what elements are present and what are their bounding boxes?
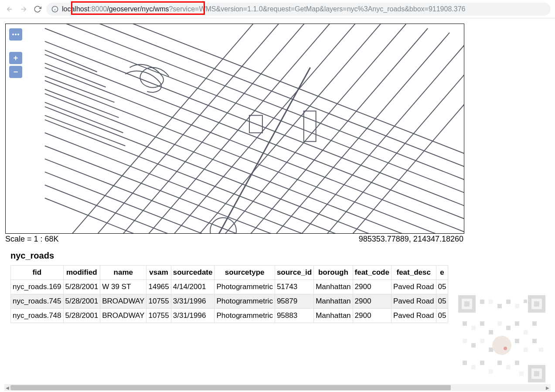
svg-line-23: [45, 94, 464, 234]
address-bar[interactable]: localhost:8000/geoserver/nyc/wms?service…: [46, 3, 551, 16]
cell-modified: 5/28/2001: [63, 309, 100, 323]
map-menu-button[interactable]: [9, 28, 22, 41]
cell-borough: Manhattan: [314, 309, 353, 323]
svg-point-43: [17, 34, 19, 35]
svg-point-42: [15, 34, 17, 35]
column-header: fid: [11, 266, 64, 280]
svg-line-3: [58, 24, 276, 234]
site-info-icon[interactable]: [51, 6, 58, 13]
svg-rect-75: [539, 348, 543, 352]
cell-feat_code: 2900: [353, 294, 391, 309]
cell-source_id: 95883: [275, 309, 313, 323]
svg-line-10: [210, 28, 428, 234]
svg-rect-64: [506, 326, 511, 330]
horizontal-scrollbar[interactable]: ◀ ▶: [4, 384, 551, 391]
svg-rect-68: [463, 339, 467, 343]
svg-line-32: [45, 50, 97, 72]
svg-rect-70: [480, 339, 484, 343]
column-header: sourcedate: [171, 266, 215, 280]
svg-rect-69: [471, 343, 476, 348]
cell-feat_desc: Paved Road: [391, 280, 436, 294]
svg-rect-73: [524, 348, 528, 352]
zoom-in-button[interactable]: +: [9, 52, 22, 64]
forward-icon[interactable]: [18, 4, 29, 14]
svg-line-35: [45, 89, 119, 118]
svg-rect-50: [528, 365, 545, 382]
feature-table: fidmodifiednamevsamsourcedatesourcetypes…: [10, 265, 448, 323]
cell-sourcetype: Photogrammetric: [215, 280, 275, 294]
cell-sourcedate: 3/31/1996: [171, 309, 215, 323]
cell-borough: Manhattan: [314, 280, 353, 294]
address-text: localhost:8000/geoserver/nyc/wms?service…: [62, 5, 465, 13]
table-row[interactable]: nyc_roads.7455/28/2001BROADWAY107553/31/…: [11, 294, 448, 309]
column-header: name: [100, 266, 146, 280]
cell-vsam: 10755: [146, 294, 171, 309]
cell-modified: 5/28/2001: [63, 280, 100, 294]
coord-label: 985353.77889, 214347.18260: [359, 235, 463, 244]
scale-label: Scale = 1 : 68K: [5, 235, 59, 244]
cell-sourcedate: 3/31/1996: [171, 294, 215, 309]
cell-e: 05: [436, 294, 448, 309]
cell-name: BROADWAY: [100, 309, 146, 323]
svg-rect-52: [534, 371, 539, 376]
cell-borough: Manhattan: [314, 294, 353, 309]
table-row[interactable]: nyc_roads.1695/28/2001W 39 ST149654/14/2…: [11, 280, 448, 294]
scroll-thumb[interactable]: [10, 385, 451, 390]
svg-line-8: [167, 24, 384, 234]
svg-line-14: [297, 46, 464, 234]
svg-rect-66: [524, 330, 528, 334]
cell-e: 05: [436, 280, 448, 294]
svg-rect-80: [497, 361, 502, 365]
svg-rect-76: [463, 361, 467, 365]
scroll-right-icon[interactable]: ▶: [545, 384, 551, 391]
svg-line-15: [45, 41, 464, 207]
cell-fid: nyc_roads.169: [11, 280, 64, 294]
svg-rect-71: [489, 348, 493, 352]
svg-line-11: [232, 33, 449, 234]
svg-line-16: [45, 55, 464, 220]
column-header: source_id: [275, 266, 313, 280]
cell-fid: nyc_roads.748: [11, 309, 64, 323]
column-header: vsam: [146, 266, 171, 280]
svg-rect-78: [480, 361, 484, 365]
svg-rect-51: [531, 368, 542, 379]
svg-rect-62: [489, 330, 493, 334]
cell-sourcedate: 4/14/2001: [171, 280, 215, 294]
column-header: sourcetype: [215, 266, 275, 280]
cell-feat_desc: Paved Road: [391, 309, 436, 323]
back-icon[interactable]: [4, 4, 15, 14]
svg-point-85: [504, 347, 507, 350]
svg-rect-77: [471, 365, 476, 369]
svg-rect-82: [515, 361, 519, 365]
cell-sourcetype: Photogrammetric: [215, 309, 275, 323]
cell-feat_desc: Paved Road: [391, 294, 436, 309]
svg-line-34: [45, 76, 115, 102]
cell-name: W 39 ST: [100, 280, 146, 294]
svg-line-7: [145, 24, 362, 234]
svg-point-84: [492, 336, 511, 355]
svg-rect-74: [532, 339, 537, 343]
svg-rect-79: [489, 369, 493, 374]
road-map: [6, 24, 464, 234]
reload-icon[interactable]: [32, 4, 43, 14]
map-viewport[interactable]: + −: [5, 24, 464, 234]
cell-sourcetype: Photogrammetric: [215, 294, 275, 309]
cell-name: BROADWAY: [100, 294, 146, 309]
column-header: modified: [63, 266, 100, 280]
scroll-left-icon[interactable]: ◀: [4, 384, 10, 391]
cell-feat_code: 2900: [353, 309, 391, 323]
table-row[interactable]: nyc_roads.7485/28/2001BROADWAY107553/31/…: [11, 309, 448, 323]
cell-fid: nyc_roads.745: [11, 294, 64, 309]
column-header: feat_code: [353, 266, 391, 280]
column-header: feat_desc: [391, 266, 436, 280]
svg-line-17: [45, 68, 464, 233]
zoom-out-button[interactable]: −: [9, 66, 22, 78]
table-title: nyc_roads: [10, 251, 555, 261]
cell-modified: 5/28/2001: [63, 294, 100, 309]
cell-vsam: 14965: [146, 280, 171, 294]
svg-rect-81: [506, 365, 511, 369]
cell-e: 05: [436, 309, 448, 323]
cell-vsam: 10755: [146, 309, 171, 323]
column-header: e: [436, 266, 448, 280]
svg-rect-60: [471, 326, 476, 330]
